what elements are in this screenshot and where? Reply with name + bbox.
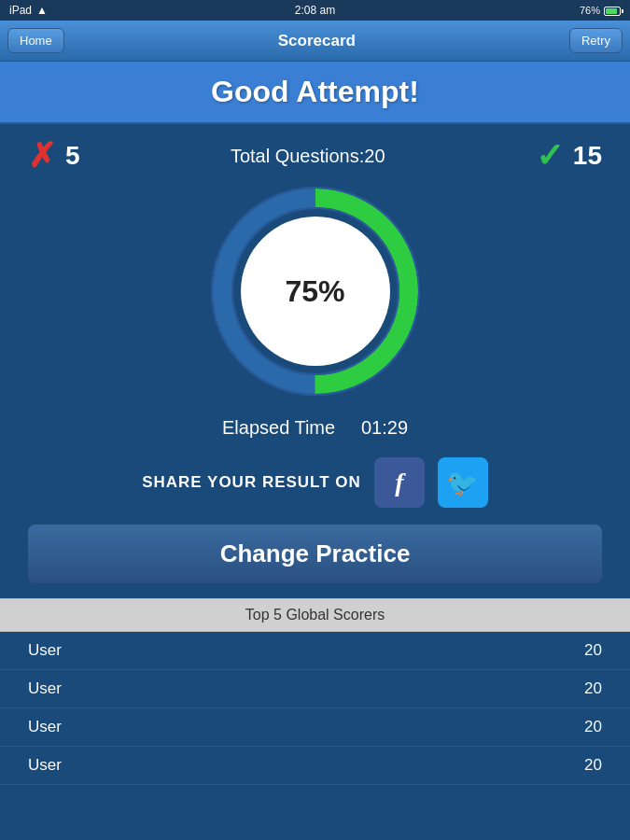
status-bar-time: 2:08 am: [295, 4, 335, 17]
share-row: SHARE YOUR RESULT ON f 🐦: [28, 457, 602, 508]
scorer-user: User: [28, 679, 62, 698]
home-button[interactable]: Home: [7, 28, 64, 53]
elapsed-time: Elapsed Time 01:29: [28, 417, 602, 439]
status-bar-right: 76%: [580, 5, 621, 16]
nav-title: Scorecard: [278, 32, 356, 50]
change-practice-button[interactable]: Change Practice: [28, 525, 602, 583]
device-label: iPad: [9, 4, 32, 17]
score-row: ✗ 5 Total Questions:20 ✓ 15: [28, 139, 602, 173]
battery-percent: 76%: [580, 5, 600, 16]
wrong-score: ✗ 5: [28, 139, 80, 173]
scorer-row: User20: [0, 670, 630, 708]
scorer-score: 20: [584, 718, 602, 736]
scorer-score: 20: [584, 641, 602, 660]
facebook-button[interactable]: f: [374, 457, 425, 508]
correct-score: ✓ 15: [536, 139, 602, 173]
wrong-count: 5: [65, 141, 80, 171]
percent-label: 75%: [285, 274, 344, 309]
donut-center: 75%: [241, 217, 390, 366]
global-scorers: Top 5 Global Scorers User20User20User20U…: [0, 598, 630, 785]
total-label: Total Questions:20: [231, 146, 385, 166]
main-content: ✗ 5 Total Questions:20 ✓ 15: [0, 124, 630, 598]
scorers-list: User20User20User20User20: [0, 632, 630, 785]
status-bar: iPad ▲ 2:08 am 76%: [0, 0, 630, 21]
x-mark-icon: ✗: [28, 139, 56, 173]
wifi-icon: ▲: [36, 4, 48, 17]
scorers-header: Top 5 Global Scorers: [0, 598, 630, 632]
donut-chart: 75%: [208, 184, 423, 399]
correct-count: 15: [573, 141, 602, 171]
elapsed-label: Elapsed Time: [222, 417, 335, 438]
retry-button[interactable]: Retry: [569, 28, 623, 53]
scorer-user: User: [28, 718, 62, 736]
chart-container: 75%: [28, 184, 602, 399]
page-title: Good Attempt!: [0, 75, 630, 109]
scorer-user: User: [28, 756, 62, 775]
twitter-icon: 🐦: [446, 468, 479, 498]
elapsed-value: 01:29: [361, 417, 408, 438]
battery-icon: [604, 5, 621, 16]
total-questions-label: Total Questions:20: [231, 146, 385, 167]
scorer-user: User: [28, 641, 62, 660]
twitter-button[interactable]: 🐦: [438, 457, 488, 508]
share-label: SHARE YOUR RESULT ON: [142, 473, 361, 492]
nav-bar: Home Scorecard Retry: [0, 21, 630, 62]
scorer-row: User20: [0, 632, 630, 670]
scorer-score: 20: [584, 756, 602, 775]
scorer-row: User20: [0, 747, 630, 785]
header-banner: Good Attempt!: [0, 62, 630, 124]
status-bar-left: iPad ▲: [9, 4, 48, 17]
check-mark-icon: ✓: [536, 139, 564, 173]
scorer-score: 20: [584, 679, 602, 698]
facebook-icon: f: [395, 468, 403, 497]
scorer-row: User20: [0, 708, 630, 747]
